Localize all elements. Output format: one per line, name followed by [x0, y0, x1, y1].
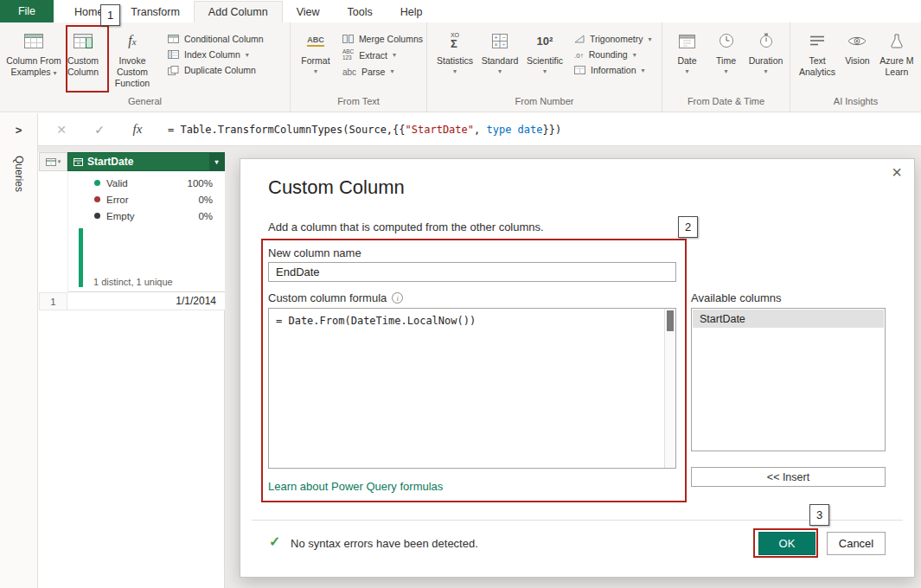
distinct-unique-note: 1 distinct, 1 unique — [93, 277, 173, 287]
scientific-button[interactable]: 10² Scientific▾ — [522, 25, 567, 76]
ribbon-group-label-from-text: From Text — [291, 96, 426, 112]
stat-value: 0% — [198, 195, 213, 205]
ribbon-group-label-general: General — [0, 96, 290, 112]
ribbon-group-label-from-date-time: From Date & Time — [662, 96, 790, 112]
available-columns-label: Available columns — [691, 291, 782, 304]
chevron-down-icon: ▾ — [246, 51, 249, 59]
new-column-name-label: New column name — [268, 246, 361, 259]
power-query-editor-window: File Home Transform Add Column View Tool… — [0, 0, 921, 588]
dialog-description: Add a column that is computed from the o… — [268, 220, 544, 233]
parse-button[interactable]: abc Parse ▾ — [342, 67, 423, 77]
button-label: Conditional Column — [184, 34, 264, 44]
button-label: Format — [301, 55, 329, 66]
tab-help[interactable]: Help — [387, 1, 437, 22]
formula-input[interactable]: = Table.TransformColumnTypes(Source,{{"S… — [168, 124, 561, 136]
custom-column-icon — [74, 28, 93, 54]
svg-text:−: − — [502, 35, 505, 41]
text-analytics-button[interactable]: Text Analytics — [796, 25, 839, 78]
trigonometry-button[interactable]: Trigonometry ▾ — [574, 34, 651, 44]
formula-scrollbar[interactable] — [664, 309, 675, 468]
tab-add-column[interactable]: Add Column — [194, 1, 283, 22]
table-cell-startdate[interactable]: 1/1/2014 — [67, 292, 225, 310]
column-quality-panel: Valid 100% Error 0% Empty 0% 1 distinct,… — [67, 171, 225, 292]
column-header-startdate[interactable]: StartDate ▾ — [67, 152, 225, 171]
vision-button[interactable]: Vision — [839, 25, 876, 67]
format-button[interactable]: ABC Format▾ — [296, 25, 336, 76]
date-button[interactable]: Date▾ — [668, 25, 707, 76]
info-icon[interactable]: i — [392, 292, 403, 304]
invoke-custom-function-icon: fx — [128, 28, 136, 54]
button-label: Parse — [361, 67, 385, 77]
azure-ml-icon — [890, 28, 904, 54]
column-from-examples-icon — [24, 28, 43, 54]
time-icon — [719, 28, 734, 54]
button-label: Azure M Learn — [879, 55, 913, 77]
insert-column-button[interactable]: << Insert — [691, 467, 886, 487]
index-column-icon — [168, 50, 179, 59]
rounding-button[interactable]: .0↑ Rounding ▾ — [574, 49, 651, 60]
close-icon[interactable]: × — [892, 163, 902, 182]
column-filter-dropdown[interactable]: ▾ — [209, 153, 224, 170]
tab-transform[interactable]: Transform — [117, 1, 194, 22]
merge-columns-button[interactable]: Merge Columns — [342, 34, 423, 44]
custom-column-formula-label: Custom column formula i — [268, 291, 403, 304]
text-analytics-icon — [809, 28, 825, 54]
commit-formula-icon[interactable]: ✓ — [92, 123, 107, 137]
formula-string-token: "StartDate" — [406, 124, 474, 136]
statistics-button[interactable]: XΟΣ Statistics▾ — [432, 25, 477, 76]
trigonometry-icon — [574, 35, 585, 43]
table-icon — [46, 158, 56, 166]
annotation-badge-3: 3 — [809, 504, 829, 526]
button-label: Invoke Custom Function — [115, 55, 150, 88]
tab-view[interactable]: View — [283, 1, 334, 22]
stat-label: Error — [106, 195, 129, 205]
button-label: Custom Column — [67, 55, 99, 77]
time-button[interactable]: Time▾ — [707, 25, 745, 76]
cancel-formula-icon[interactable]: ✕ — [54, 123, 69, 137]
column-header-label: StartDate — [87, 156, 133, 168]
scrollbar-thumb[interactable] — [667, 310, 674, 331]
tab-tools[interactable]: Tools — [334, 1, 387, 22]
duration-button[interactable]: Duration▾ — [745, 25, 786, 76]
custom-column-formula-editor[interactable]: = Date.From(DateTime.LocalNow()) — [268, 308, 676, 469]
chevron-down-icon: ▾ — [633, 51, 636, 59]
svg-text:÷: ÷ — [502, 42, 506, 48]
index-column-button[interactable]: Index Column ▾ — [168, 49, 264, 60]
duplicate-column-button[interactable]: Duplicate Column — [168, 65, 264, 75]
file-menu-button[interactable]: File — [0, 0, 54, 22]
stat-empty: Empty 0% — [68, 208, 225, 224]
information-icon — [574, 66, 585, 74]
list-item-startdate[interactable]: StartDate — [693, 310, 884, 328]
button-label: Rounding — [589, 49, 628, 60]
queries-pane-collapsed: > Queries — [0, 113, 38, 588]
available-columns-listbox[interactable]: StartDate — [691, 308, 886, 451]
standard-icon: +−×÷ — [492, 28, 508, 54]
extract-button[interactable]: ABC123 Extract ▾ — [342, 49, 423, 61]
conditional-column-button[interactable]: Conditional Column — [168, 34, 264, 44]
azure-ml-button[interactable]: Azure M Learn — [876, 25, 918, 78]
cancel-button[interactable]: Cancel — [827, 532, 886, 555]
column-from-examples-button[interactable]: Column From Examples ▾ — [5, 25, 62, 78]
ribbon-group-label-from-number: From Number — [427, 96, 662, 112]
annotation-badge-1: 1 — [100, 4, 120, 26]
learn-power-query-formulas-link[interactable]: Learn about Power Query formulas — [268, 480, 443, 493]
chevron-down-icon: ▾ — [58, 158, 61, 165]
information-button[interactable]: Information ▾ — [574, 65, 651, 75]
chevron-down-icon: ▾ — [393, 51, 396, 59]
chevron-down-icon: ▾ — [301, 67, 329, 76]
invoke-custom-function-button[interactable]: fx Invoke Custom Function — [104, 25, 161, 88]
formula-suffix: }}) — [543, 124, 562, 136]
syntax-status-text: No syntax errors have been detected. — [291, 537, 478, 550]
select-all-cell[interactable]: ▾ — [39, 152, 67, 171]
date-icon — [679, 28, 695, 54]
chevron-down-icon: ▾ — [749, 67, 783, 76]
ribbon-group-from-number: XΟΣ Statistics▾ +−×÷ Standard▾ 10² Scien… — [427, 22, 662, 112]
new-column-name-input[interactable] — [268, 262, 676, 282]
standard-button[interactable]: +−×÷ Standard▾ — [477, 25, 522, 76]
row-number-cell[interactable]: 1 — [39, 292, 67, 310]
ok-button[interactable]: OK — [758, 532, 815, 555]
valid-dot-icon — [94, 180, 100, 186]
button-label: Merge Columns — [359, 34, 423, 44]
expand-queries-chevron-icon[interactable]: > — [0, 124, 37, 137]
custom-column-button[interactable]: Custom Column — [62, 25, 104, 78]
